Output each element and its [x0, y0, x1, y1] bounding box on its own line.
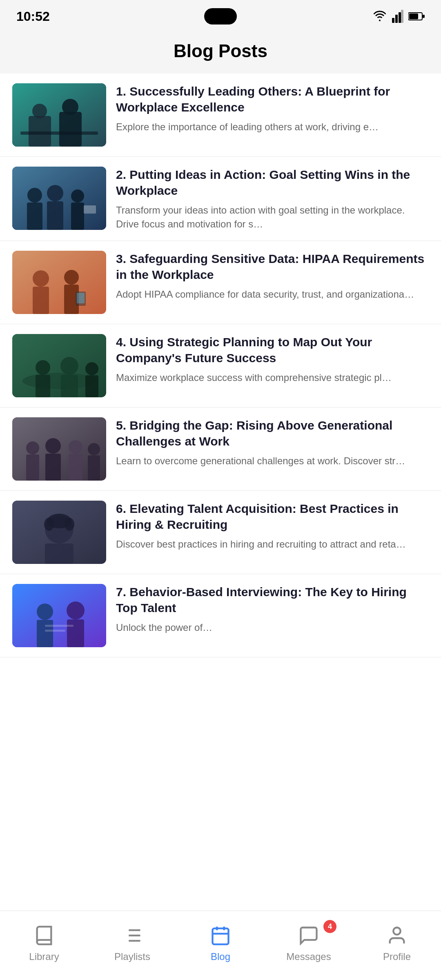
status-icons	[372, 10, 425, 23]
blog-thumbnail-5	[12, 417, 106, 481]
blog-content-7: 7. Behavior-Based Interviewing: The Key …	[116, 584, 429, 635]
nav-playlists[interactable]: Playlists	[96, 919, 169, 967]
nav-blog[interactable]: Blog	[184, 919, 257, 967]
svg-point-54	[37, 604, 53, 620]
svg-rect-11	[59, 112, 82, 147]
svg-point-39	[26, 441, 39, 454]
blog-content-1: 1. Successfully Leading Others: A Bluepr…	[116, 83, 429, 134]
blog-excerpt-7: Unlock the power of…	[116, 621, 429, 635]
svg-rect-33	[36, 375, 50, 397]
svg-rect-5	[409, 13, 418, 19]
svg-rect-46	[88, 455, 100, 481]
svg-point-41	[45, 438, 61, 454]
signal-icon	[392, 10, 403, 23]
blog-title-3: 3. Safeguarding Sensitive Data: HIPAA Re…	[116, 251, 429, 283]
svg-point-12	[62, 99, 78, 115]
blog-title-7: 7. Behavior-Based Interviewing: The Key …	[116, 584, 429, 616]
svg-rect-0	[392, 18, 394, 23]
nav-library[interactable]: Library	[7, 919, 81, 967]
svg-rect-53	[12, 584, 106, 647]
svg-rect-22	[84, 205, 96, 214]
blog-excerpt-1: Explore the importance of leading others…	[116, 120, 429, 134]
blog-title-5: 5. Bridging the Gap: Rising Above Genera…	[116, 417, 429, 449]
status-bar: 10:52	[0, 0, 441, 33]
blog-content-5: 5. Bridging the Gap: Rising Above Genera…	[116, 417, 429, 468]
svg-point-51	[44, 518, 54, 531]
profile-icon	[385, 923, 409, 948]
blog-thumbnail-3	[12, 251, 106, 314]
nav-playlists-label: Playlists	[114, 951, 150, 962]
svg-rect-6	[423, 15, 425, 18]
blog-excerpt-3: Adopt HIPAA compliance for data security…	[116, 287, 429, 301]
svg-rect-25	[33, 287, 49, 314]
blog-list: 1. Successfully Leading Others: A Bluepr…	[0, 74, 441, 915]
svg-rect-58	[45, 625, 74, 627]
svg-rect-21	[71, 203, 84, 230]
blog-title-4: 4. Using Strategic Planning to Map Out Y…	[116, 334, 429, 366]
svg-point-16	[27, 188, 42, 203]
svg-point-18	[47, 185, 63, 201]
svg-rect-2	[399, 12, 401, 23]
svg-point-26	[64, 270, 79, 285]
blog-thumbnail-2	[12, 167, 106, 230]
blog-icon	[208, 923, 233, 948]
svg-rect-59	[45, 630, 65, 632]
svg-rect-40	[26, 454, 39, 481]
status-time: 10:52	[16, 9, 50, 24]
blog-post-4[interactable]: 4. Using Strategic Planning to Map Out Y…	[0, 324, 441, 408]
nav-profile[interactable]: Profile	[360, 919, 434, 967]
blog-post-3[interactable]: 3. Safeguarding Sensitive Data: HIPAA Re…	[0, 241, 441, 324]
svg-rect-55	[37, 620, 53, 647]
blog-thumbnail-7	[12, 584, 106, 647]
messages-icon	[296, 923, 321, 948]
svg-point-43	[69, 440, 82, 454]
blog-content-4: 4. Using Strategic Planning to Map Out Y…	[116, 334, 429, 385]
nav-messages[interactable]: 4 Messages	[272, 919, 345, 967]
nav-library-label: Library	[29, 951, 59, 962]
page-title-container: Blog Posts	[0, 33, 441, 74]
blog-thumbnail-1	[12, 83, 106, 147]
camera-notch	[204, 8, 237, 24]
svg-rect-17	[27, 203, 42, 230]
svg-point-36	[85, 362, 98, 375]
blog-excerpt-6: Discover best practices in hiring and re…	[116, 537, 429, 551]
svg-rect-9	[29, 116, 51, 147]
svg-rect-3	[401, 10, 403, 23]
blog-content-3: 3. Safeguarding Sensitive Data: HIPAA Re…	[116, 251, 429, 301]
blog-excerpt-4: Maximize workplace success with comprehe…	[116, 371, 429, 385]
svg-point-10	[32, 104, 47, 118]
svg-point-34	[60, 357, 78, 375]
playlists-icon	[120, 923, 145, 948]
blog-title-2: 2. Putting Ideas in Action: Goal Setting…	[116, 167, 429, 198]
svg-point-56	[67, 601, 85, 619]
svg-rect-23	[12, 251, 106, 314]
blog-excerpt-2: Transform your ideas into action with go…	[116, 203, 429, 231]
blog-post-1[interactable]: 1. Successfully Leading Others: A Bluepr…	[0, 74, 441, 157]
svg-rect-66	[213, 929, 229, 944]
blog-post-2[interactable]: 2. Putting Ideas in Action: Goal Setting…	[0, 157, 441, 241]
svg-rect-29	[77, 293, 85, 303]
blog-thumbnail-4	[12, 334, 106, 397]
blog-excerpt-5: Learn to overcome generational challenge…	[116, 454, 429, 468]
svg-rect-35	[61, 375, 78, 397]
blog-thumbnail-6	[12, 501, 106, 564]
svg-point-24	[33, 270, 49, 287]
svg-point-52	[65, 518, 74, 531]
blog-post-5[interactable]: 5. Bridging the Gap: Rising Above Genera…	[0, 408, 441, 491]
nav-profile-label: Profile	[383, 951, 411, 962]
svg-point-45	[88, 443, 100, 455]
wifi-icon	[372, 11, 387, 22]
svg-point-32	[36, 360, 50, 375]
nav-messages-label: Messages	[286, 951, 331, 962]
svg-rect-37	[85, 375, 98, 397]
messages-badge: 4	[323, 920, 336, 933]
svg-rect-49	[45, 543, 74, 564]
blog-content-6: 6. Elevating Talent Acquisition: Best Pr…	[116, 501, 429, 551]
bottom-nav: Library Playlists Blog	[0, 911, 441, 980]
blog-post-7[interactable]: 7. Behavior-Based Interviewing: The Key …	[0, 574, 441, 657]
svg-rect-19	[47, 201, 63, 230]
blog-post-6[interactable]: 6. Elevating Talent Acquisition: Best Pr…	[0, 491, 441, 574]
battery-icon	[408, 12, 425, 21]
blog-content-2: 2. Putting Ideas in Action: Goal Setting…	[116, 167, 429, 231]
nav-blog-label: Blog	[211, 951, 230, 962]
